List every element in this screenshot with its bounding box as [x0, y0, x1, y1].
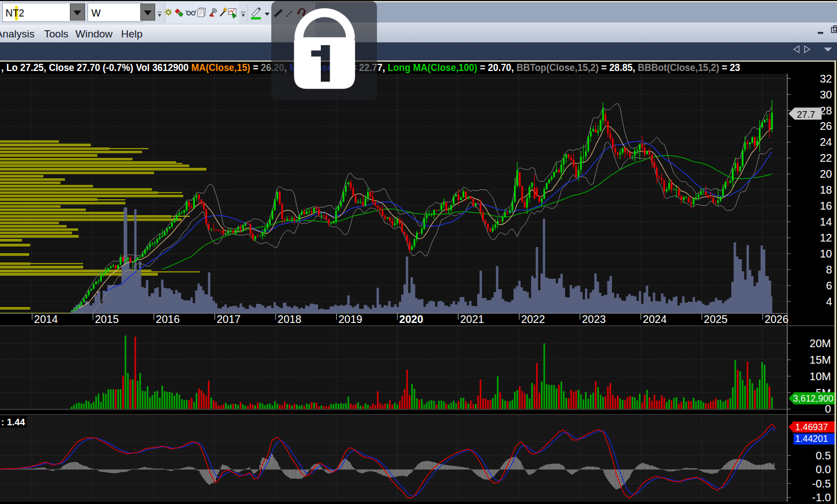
svg-text:1.44201: 1.44201: [795, 434, 828, 443]
svg-text:20: 20: [820, 168, 832, 180]
svg-text:2026: 2026: [764, 313, 788, 325]
svg-text:0.5: 0.5: [816, 450, 831, 462]
svg-text:2020: 2020: [400, 313, 424, 325]
svg-text:2019: 2019: [338, 313, 362, 325]
svg-text:2024: 2024: [643, 313, 667, 325]
svg-text:-1.0: -1.0: [812, 491, 831, 503]
svg-text:2017: 2017: [217, 313, 240, 325]
svg-text:2016: 2016: [156, 313, 179, 325]
svg-text:2015: 2015: [95, 313, 119, 325]
svg-text:10: 10: [820, 248, 832, 260]
svg-text:0.0: 0.0: [816, 463, 831, 475]
svg-text:: 1.44: : 1.44: [1, 417, 25, 428]
svg-text:10M: 10M: [809, 370, 831, 382]
svg-text:2023: 2023: [582, 313, 606, 325]
svg-text:2025: 2025: [704, 313, 728, 325]
svg-text:1.46937: 1.46937: [795, 422, 828, 432]
svg-text:6: 6: [826, 280, 832, 292]
svg-text:4: 4: [826, 295, 832, 308]
svg-text:8: 8: [826, 264, 832, 276]
svg-text:2018: 2018: [277, 313, 301, 325]
svg-text:12: 12: [820, 232, 832, 244]
svg-text:22: 22: [820, 152, 832, 164]
svg-text:24: 24: [820, 136, 832, 148]
svg-text:3,612,900: 3,612,900: [793, 393, 833, 403]
svg-text:0: 0: [825, 403, 831, 415]
svg-text:14: 14: [820, 216, 832, 228]
svg-text:15M: 15M: [809, 354, 831, 366]
svg-text:26: 26: [820, 120, 832, 132]
svg-text:16: 16: [820, 200, 832, 212]
svg-text:27.7: 27.7: [797, 109, 815, 120]
svg-text:20M: 20M: [809, 337, 831, 349]
svg-text:2022: 2022: [521, 313, 545, 325]
svg-text:18: 18: [820, 184, 832, 196]
svg-text:2021: 2021: [460, 313, 484, 325]
svg-text:-0.5: -0.5: [812, 478, 831, 490]
svg-text:2014: 2014: [34, 313, 58, 325]
